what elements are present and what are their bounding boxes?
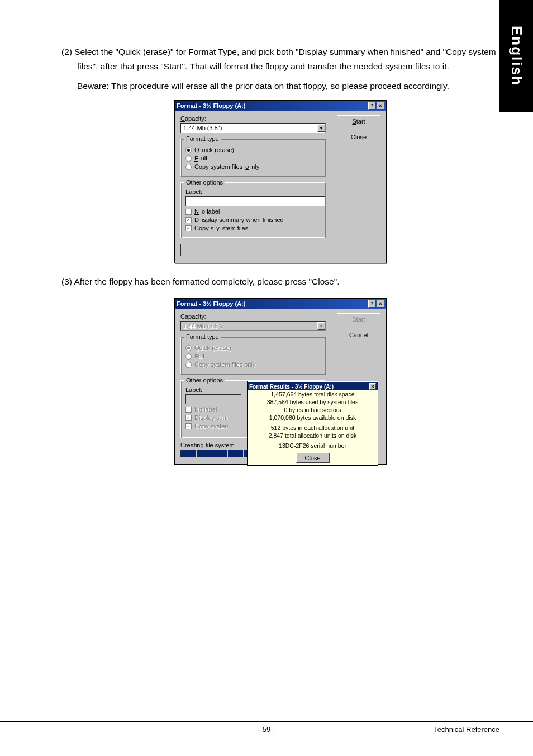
footer-section: Technical Reference (434, 725, 499, 734)
result-line: 13DC-2F26 serial number (248, 442, 378, 450)
capacity-combo: 1.44 Mb (3.5") ▼ (180, 321, 326, 331)
chevron-down-icon: ▼ (317, 322, 325, 330)
help-icon[interactable]: ? (368, 102, 376, 110)
format-type-group: Format type Quick (erase) Full Copy syst… (180, 337, 326, 375)
label-label: Label:Label: (185, 188, 321, 195)
dialog-title: Format - 3½ Floppy (A:) (177, 102, 245, 109)
start-button[interactable]: StartStart (337, 115, 380, 127)
page-footer: - 59 - Technical Reference (0, 721, 533, 734)
check-no-label[interactable]: No labelNo label (185, 208, 321, 215)
format-type-legend: Format type (184, 333, 221, 340)
other-options-legend: Other options (184, 179, 225, 186)
titlebar: Format - 3½ Floppy (A:) ? × (175, 101, 386, 111)
titlebar: Format - 3½ Floppy (A:) ? × (175, 299, 386, 309)
check-display-summary[interactable]: ✓Display summary when finishedDisplay su… (185, 216, 321, 223)
other-options-legend: Other options (184, 377, 225, 384)
language-tab-text: English (508, 26, 525, 86)
step-2-text: (2) Select the "Quick (erase)" for Forma… (61, 45, 499, 74)
status-bar (180, 244, 380, 256)
cancel-button[interactable]: Cancel (337, 329, 380, 341)
close-icon[interactable]: × (377, 300, 384, 308)
step-2-warning: Beware: This procedure will erase all th… (61, 79, 499, 93)
result-line: 0 bytes in bad sectors (248, 406, 378, 414)
capacity-combo[interactable]: 1.44 Mb (3.5") ▼ (180, 123, 326, 133)
other-options-group: Other options Label:Label: No labelNo la… (180, 182, 326, 238)
format-results-popup: Format Results - 3½ Floppy (A:) × 1,457,… (247, 381, 378, 466)
step-3-text: (3) After the floppy has been formatted … (61, 275, 499, 289)
dialog-title: Format - 3½ Floppy (A:) (177, 300, 245, 307)
format-dialog-2: Format - 3½ Floppy (A:) ? × Capacity: 1.… (174, 298, 387, 465)
result-line: 387,584 bytes used by system files (248, 398, 378, 406)
close-icon[interactable]: × (369, 383, 376, 390)
other-options-group: Other options Label: No label ✓Display s… (180, 380, 326, 438)
radio-copy-only[interactable]: Copy system files onlyCopy system files … (185, 163, 321, 170)
help-icon[interactable]: ? (368, 300, 376, 308)
capacity-value: 1.44 Mb (3.5") (183, 125, 222, 131)
result-line: 1,070,080 bytes available on disk (248, 414, 378, 422)
close-icon[interactable]: × (377, 102, 384, 110)
check-copy-system-files[interactable]: ✓Copy system filesCopy system files (185, 225, 321, 231)
start-button: Start (337, 313, 380, 325)
format-dialog-1: Format - 3½ Floppy (A:) ? × CCapacity:ap… (174, 100, 387, 263)
label-input (185, 394, 241, 404)
result-line: 1,457,664 bytes total disk space (248, 390, 378, 398)
results-close-button[interactable]: Close (296, 453, 330, 463)
capacity-value: 1.44 Mb (3.5") (183, 323, 222, 329)
radio-full[interactable]: FullFull (185, 155, 321, 162)
result-line: 2,847 total allocation units on disk (248, 432, 378, 440)
format-type-group: Format type Quick (erase)Quick (erase) F… (180, 139, 326, 177)
label-input[interactable] (185, 196, 325, 206)
chevron-down-icon[interactable]: ▼ (317, 124, 325, 132)
radio-quick[interactable]: Quick (erase)Quick (erase) (185, 147, 321, 153)
radio-copy-only: Copy system files only (185, 361, 321, 368)
page-number: - 59 - (258, 725, 275, 734)
results-titlebar: Format Results - 3½ Floppy (A:) × (248, 382, 378, 390)
close-button[interactable]: Close (337, 131, 380, 143)
radio-full: Full (185, 353, 321, 360)
result-line: 512 bytes in each allocation unit (248, 424, 378, 432)
format-type-legend: Format type (184, 135, 221, 142)
results-title: Format Results - 3½ Floppy (A:) (249, 384, 334, 390)
radio-quick: Quick (erase) (185, 344, 321, 351)
language-tab: English (499, 0, 533, 112)
